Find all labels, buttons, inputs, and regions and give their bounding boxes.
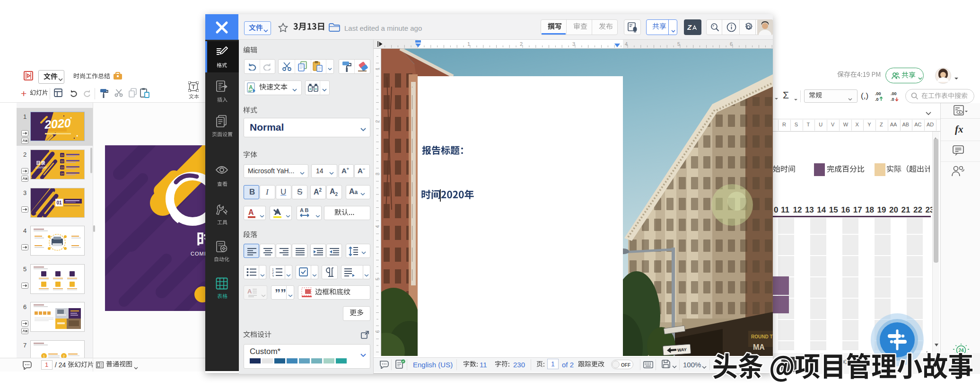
svg-text:2: 2 [272,271,274,275]
svg-text:CONTENT: CONTENT [35,166,47,169]
svg-text:MA: MA [753,343,765,351]
svg-text:.0: .0 [875,97,879,102]
svg-text:04: 04 [61,172,64,175]
svg-text:.00: .00 [891,91,897,96]
svg-text:.00: .00 [875,91,881,96]
svg-text:3: 3 [272,275,274,277]
svg-text:A: A [249,84,253,91]
svg-text:.0: .0 [891,97,894,102]
svg-text:COMPE: COMPE [191,251,205,257]
svg-text:Z: Z [687,23,692,31]
svg-text:A B: A B [300,207,309,213]
svg-text:01: 01 [61,154,64,157]
svg-text:2: 2 [63,355,65,358]
svg-text:1: 1 [272,268,274,271]
svg-text:1: 1 [43,355,45,358]
svg-text:01: 01 [56,200,62,205]
svg-text:03: 03 [61,166,64,169]
svg-text:WAY: WAY [677,347,687,353]
svg-text:02: 02 [61,160,64,163]
svg-text:A: A [248,208,254,216]
svg-text:ROUND T: ROUND T [751,334,773,339]
svg-text:A: A [247,288,252,295]
